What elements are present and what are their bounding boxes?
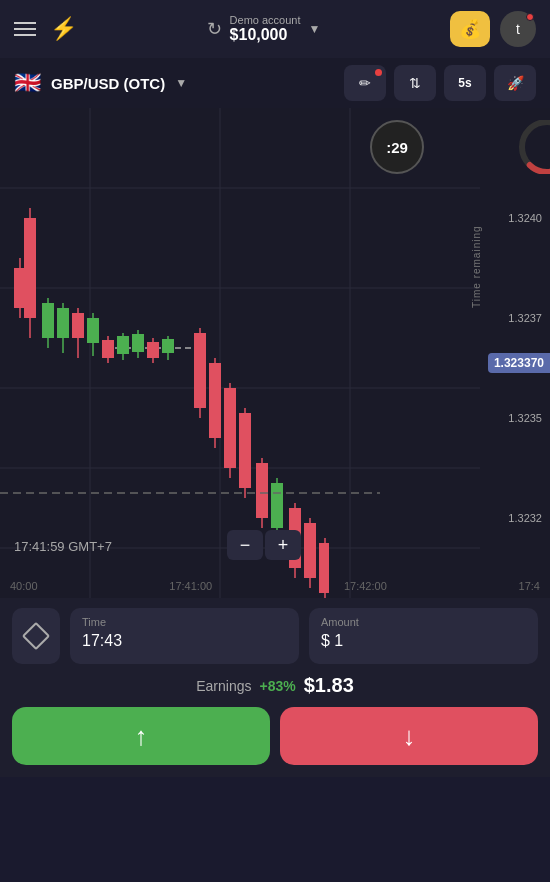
svg-rect-24 [117, 336, 129, 354]
svg-rect-36 [224, 388, 236, 468]
timer-circle: :29 [370, 120, 424, 174]
amount-value: $ 1 [321, 632, 526, 650]
time-value: 17:43 [82, 632, 287, 650]
toolbar-right: ✏ ⇅ 5s 🚀 [344, 65, 536, 101]
notification-dot [526, 13, 534, 21]
rocket-button[interactable]: 🚀 [494, 65, 536, 101]
price-mid: 1.3235 [484, 412, 546, 424]
earnings-amount: $1.83 [304, 674, 354, 697]
price-mid-high: 1.3237 [484, 312, 546, 324]
buy-up-button[interactable] [12, 707, 270, 765]
account-balance: $10,000 [230, 26, 288, 44]
lightning-icon[interactable]: ⚡ [50, 16, 77, 42]
svg-rect-15 [57, 308, 69, 338]
instrument-name: GBP/USD (OTC) [51, 75, 165, 92]
time-axis: 40:00 17:41:00 17:42:00 17:4 [0, 580, 550, 592]
instrument-chevron-icon: ▼ [175, 76, 187, 90]
draw-icon: ✏ [359, 75, 371, 91]
svg-rect-46 [304, 523, 316, 578]
time-input-group[interactable]: Time 17:43 [70, 608, 299, 664]
indicator-tool-button[interactable]: ⇅ [394, 65, 436, 101]
account-chevron-icon: ▼ [309, 22, 321, 36]
arrow-down-icon [403, 721, 416, 752]
flag-icon: 🇬🇧 [14, 70, 41, 96]
time-tick-1: 17:41:00 [169, 580, 212, 592]
trade-buttons [12, 707, 538, 765]
chart-timestamp: 17:41:59 GMT+7 [14, 539, 112, 554]
zoom-in-button[interactable]: + [265, 530, 301, 560]
wallet-icon: 💰 [459, 18, 481, 40]
account-type-label: Demo account [230, 14, 301, 26]
svg-rect-42 [271, 483, 283, 528]
time-label: Time [82, 616, 287, 628]
earnings-row: Earnings +83% $1.83 [12, 674, 538, 697]
wallet-button[interactable]: 💰 [450, 11, 490, 47]
sell-down-button[interactable] [280, 707, 538, 765]
account-section[interactable]: ↻ Demo account $10,000 ▼ [207, 14, 321, 44]
svg-rect-40 [256, 463, 268, 518]
instrument-bar: 🇬🇧 GBP/USD (OTC) ▼ ✏ ⇅ 5s 🚀 [0, 58, 550, 108]
amount-label: Amount [321, 616, 526, 628]
svg-rect-22 [102, 340, 114, 358]
bottom-panel: Time 17:43 Amount $ 1 Earnings +83% $1.8… [0, 598, 550, 777]
indicator-icon: ⇅ [409, 75, 421, 91]
instrument-selector[interactable]: 🇬🇧 GBP/USD (OTC) ▼ [14, 70, 187, 96]
rocket-icon: 🚀 [507, 75, 524, 91]
price-low: 1.3232 [484, 512, 546, 524]
draw-tool-dot [375, 69, 382, 76]
chart-area: :29 Time remaining 1.3240 1.3237 1.3235 … [0, 108, 550, 598]
account-info: Demo account $10,000 [230, 14, 301, 44]
header-left: ⚡ [14, 16, 77, 42]
favorite-button[interactable] [12, 608, 60, 664]
header-right: 💰 t [450, 11, 536, 47]
time-tick-3: 17:4 [519, 580, 540, 592]
earnings-label: Earnings [196, 678, 251, 694]
draw-tool-button[interactable]: ✏ [344, 65, 386, 101]
svg-rect-38 [239, 413, 251, 488]
svg-rect-26 [132, 334, 144, 352]
current-price-badge: 1.323370 [488, 353, 550, 373]
refresh-icon[interactable]: ↻ [207, 18, 222, 40]
svg-rect-17 [72, 313, 84, 338]
svg-rect-19 [87, 318, 99, 343]
header: ⚡ ↻ Demo account $10,000 ▼ 💰 t [0, 0, 550, 58]
amount-input-group[interactable]: Amount $ 1 [309, 608, 538, 664]
svg-rect-13 [42, 303, 54, 338]
candlestick-chart [0, 108, 480, 598]
avatar[interactable]: t [500, 11, 536, 47]
menu-icon[interactable] [14, 22, 36, 36]
time-tick-0: 40:00 [10, 580, 38, 592]
svg-rect-32 [194, 333, 206, 408]
trade-inputs: Time 17:43 Amount $ 1 [12, 608, 538, 664]
svg-rect-11 [24, 218, 36, 318]
arrow-up-icon [135, 721, 148, 752]
progress-indicator [512, 120, 550, 174]
timeframe-button[interactable]: 5s [444, 65, 486, 101]
zoom-out-button[interactable]: − [227, 530, 263, 560]
svg-point-50 [522, 122, 550, 172]
svg-rect-30 [162, 339, 174, 353]
timeframe-label: 5s [458, 76, 471, 90]
zoom-controls: − + [227, 530, 301, 560]
price-high: 1.3240 [484, 212, 546, 224]
earnings-percent: +83% [260, 678, 296, 694]
time-tick-2: 17:42:00 [344, 580, 387, 592]
svg-rect-34 [209, 363, 221, 438]
diamond-icon [22, 622, 50, 650]
svg-rect-28 [147, 342, 159, 358]
